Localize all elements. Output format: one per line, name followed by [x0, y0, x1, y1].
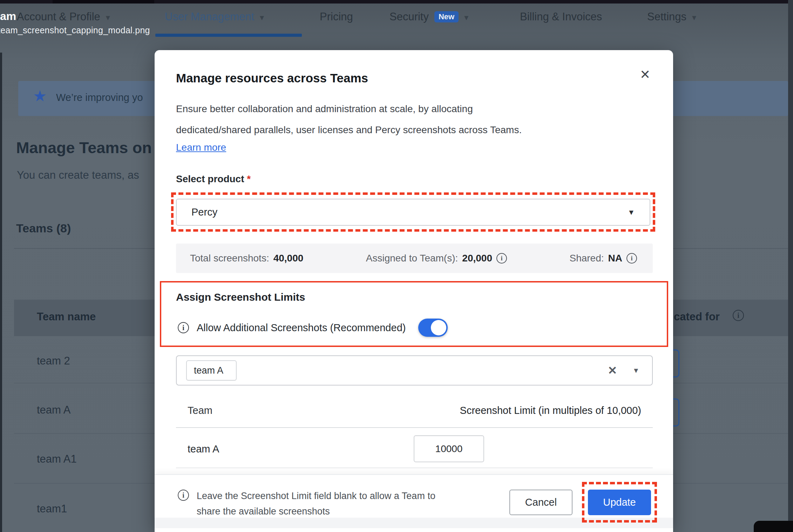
tab-label: Settings: [647, 11, 686, 23]
stat-assigned: Assigned to Team(s): 20,000 i: [366, 253, 507, 264]
tab-label: Billing & Invoices: [520, 11, 602, 23]
tab-user-management[interactable]: User Management ▾: [165, 11, 264, 23]
window-right-edge: [788, 0, 793, 532]
page-title: Manage Teams on B: [16, 139, 168, 157]
chevron-down-icon: ▾: [106, 13, 110, 22]
product-select-value: Percy: [191, 206, 217, 218]
star-icon: ★: [33, 87, 47, 105]
column-screenshot-limit: Screenshot Limit (in multiples of 10,000…: [155, 405, 641, 416]
table-row-team: team A1: [37, 453, 77, 465]
manage-resources-modal: Manage resources across Teams ✕ Ensure b…: [155, 50, 673, 532]
info-icon[interactable]: i: [496, 253, 507, 264]
assign-limits-heading: Assign Screenshot Limits: [176, 291, 305, 303]
caret-down-icon[interactable]: ▼: [632, 367, 639, 375]
select-product-label: Select product *: [176, 173, 251, 185]
page-subtitle: You can create teams, as: [17, 169, 139, 182]
tab-label: User Management: [165, 11, 254, 23]
info-icon[interactable]: i: [626, 253, 637, 264]
bottom-right-overlay: [754, 521, 793, 532]
allow-additional-label: Allow Additional Screenshots (Recommende…: [197, 322, 406, 334]
team-chip: team A: [186, 360, 237, 381]
tab-account-profile[interactable]: Account & Profile ▾: [17, 11, 110, 23]
table-row-team: team1: [37, 503, 67, 515]
modal-description-line2: dedicated/shared parallels, user license…: [176, 120, 522, 141]
tab-settings[interactable]: Settings ▾: [647, 11, 696, 23]
new-badge: New: [434, 11, 459, 22]
tab-label: Account & Profile: [17, 11, 100, 23]
footer-note-line2: share the available screenshots: [197, 504, 435, 519]
table-divider: [176, 468, 653, 468]
highlight-box-update: [582, 482, 657, 523]
team-chip-label: team A: [194, 365, 223, 376]
chevron-down-icon: ▾: [260, 13, 264, 22]
footer-note: i Leave the Screenshot Limit field blank…: [178, 488, 435, 519]
modal-footer: i Leave the Screenshot Limit field blank…: [155, 474, 673, 532]
screenshot-stats-bar: Total screenshots: 40,000 Assigned to Te…: [176, 244, 653, 273]
chevron-down-icon: ▾: [464, 13, 468, 22]
chevron-down-icon: ▾: [692, 13, 696, 22]
overlay-word: am: [0, 10, 16, 23]
footer-note-line1: Leave the Screenshot Limit field blank t…: [197, 488, 435, 504]
tab-security[interactable]: Security New ▾: [389, 11, 468, 23]
screenshot-limit-input[interactable]: [414, 435, 484, 462]
product-select[interactable]: Percy ▼: [176, 199, 650, 226]
allow-additional-toggle[interactable]: [418, 319, 448, 337]
stat-shared: Shared: NA i: [569, 253, 637, 264]
column-allocated-for: cated for: [674, 311, 720, 323]
banner-text: We’re improving yo: [56, 92, 143, 103]
required-asterisk: *: [247, 173, 251, 184]
info-icon: i: [733, 310, 744, 321]
info-icon[interactable]: i: [178, 322, 189, 333]
learn-more-link[interactable]: Learn more: [176, 142, 226, 153]
page-left-edge: [0, 53, 2, 532]
active-tab-underline: [155, 34, 302, 37]
caret-down-icon: ▼: [628, 208, 635, 217]
browser-top-strip-notch: [53, 0, 154, 4]
modal-description-line1: Ensure better collaboration and administ…: [176, 98, 473, 120]
allow-additional-row: i Allow Additional Screenshots (Recommen…: [178, 319, 448, 337]
table-divider: [176, 427, 653, 428]
table-row-team: team 2: [37, 355, 70, 367]
limit-row-team: team A: [188, 443, 219, 455]
tab-label: Security: [389, 11, 429, 23]
stat-total: Total screenshots: 40,000: [190, 253, 303, 264]
info-icon: i: [178, 490, 189, 501]
cancel-button[interactable]: Cancel: [509, 490, 572, 515]
close-icon[interactable]: ✕: [640, 68, 650, 81]
app-window: Account & Profile ▾ User Management ▾ Pr…: [0, 0, 793, 532]
tab-label: Pricing: [320, 11, 353, 23]
clear-selection-icon[interactable]: ✕: [608, 364, 617, 377]
teams-count-heading: Teams (8): [16, 221, 71, 235]
modal-title: Manage resources across Teams: [176, 71, 368, 85]
tab-billing-invoices[interactable]: Billing & Invoices: [520, 11, 602, 23]
overlay-filename: team_screenshot_capping_modal.png: [0, 25, 150, 35]
table-row-team: team A: [37, 404, 71, 416]
toggle-knob: [431, 320, 446, 335]
tab-pricing[interactable]: Pricing: [320, 11, 353, 23]
team-multiselect[interactable]: team A ✕ ▼: [176, 355, 653, 386]
column-team-name: Team name: [37, 311, 96, 323]
